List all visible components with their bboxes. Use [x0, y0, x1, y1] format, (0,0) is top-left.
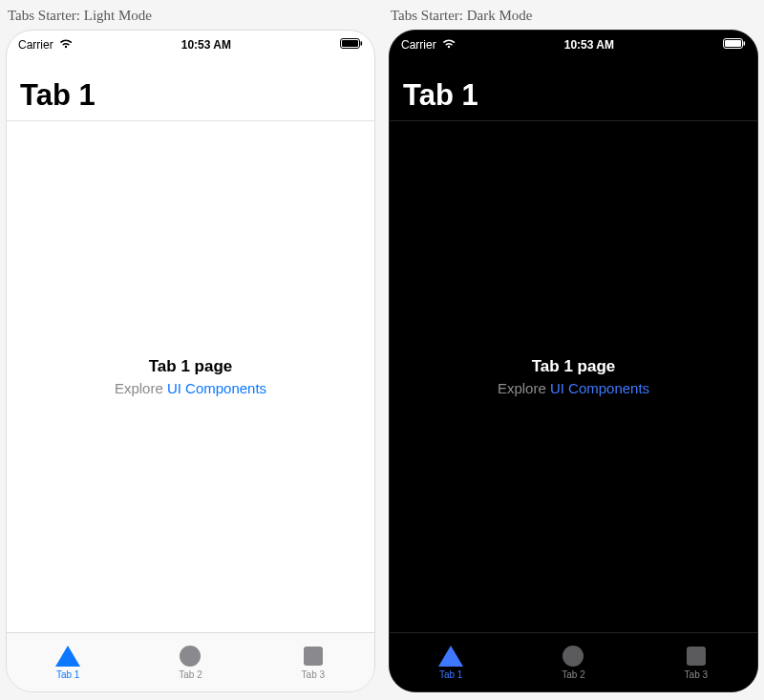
tab-2-label: Tab 2 — [179, 669, 202, 680]
content-title: Tab 1 page — [532, 357, 616, 376]
panel-light: Tabs Starter: Light Mode Carrier 10:53 A… — [6, 6, 375, 692]
tab-bar: Tab 1 Tab 2 Tab 3 — [390, 632, 757, 691]
svg-rect-4 — [304, 647, 323, 666]
page-title: Tab 1 — [403, 78, 744, 113]
svg-point-3 — [180, 646, 201, 667]
tab-1-label: Tab 1 — [439, 669, 462, 680]
tab-3-label: Tab 3 — [302, 669, 325, 680]
status-bar: Carrier 10:53 AM — [7, 31, 374, 53]
panel-dark: Tabs Starter: Dark Mode Carrier 10:53 AM — [389, 6, 758, 692]
tab-2[interactable]: Tab 2 — [129, 633, 251, 691]
explore-prefix: Explore — [115, 380, 167, 396]
tab-2-label: Tab 2 — [562, 669, 584, 680]
caption-light: Tabs Starter: Light Mode — [6, 6, 375, 30]
ui-components-link[interactable]: UI Components — [550, 380, 649, 396]
content-subtitle: Explore UI Components — [115, 380, 266, 396]
page-header: Tab 1 — [7, 53, 374, 121]
triangle-icon — [438, 645, 463, 668]
page-content: Tab 1 page Explore UI Components — [390, 121, 757, 632]
svg-rect-7 — [743, 41, 745, 45]
page-header: Tab 1 — [390, 53, 757, 121]
status-time: 10:53 AM — [564, 38, 614, 52]
circle-icon — [562, 645, 584, 668]
tab-3-label: Tab 3 — [685, 669, 708, 680]
battery-icon — [340, 38, 363, 52]
svg-rect-1 — [342, 40, 358, 47]
page-content: Tab 1 page Explore UI Components — [7, 121, 374, 632]
carrier-label: Carrier — [18, 38, 53, 52]
caption-dark: Tabs Starter: Dark Mode — [389, 6, 758, 30]
square-icon — [304, 645, 323, 668]
explore-prefix: Explore — [498, 380, 550, 396]
tab-3[interactable]: Tab 3 — [635, 633, 757, 691]
carrier-label: Carrier — [401, 38, 436, 52]
status-bar: Carrier 10:53 AM — [390, 31, 757, 53]
wifi-icon — [59, 38, 73, 52]
status-time: 10:53 AM — [181, 38, 231, 52]
svg-rect-9 — [687, 647, 706, 666]
tab-1-label: Tab 1 — [56, 669, 79, 680]
svg-rect-2 — [360, 41, 362, 45]
battery-icon — [723, 38, 746, 52]
circle-icon — [180, 645, 201, 668]
tab-3[interactable]: Tab 3 — [252, 633, 374, 691]
tab-1[interactable]: Tab 1 — [7, 633, 129, 691]
ui-components-link[interactable]: UI Components — [167, 380, 266, 396]
content-subtitle: Explore UI Components — [498, 380, 649, 396]
svg-rect-6 — [725, 40, 741, 47]
page-title: Tab 1 — [20, 78, 361, 113]
svg-point-8 — [562, 646, 584, 667]
wifi-icon — [442, 38, 456, 52]
tab-1[interactable]: Tab 1 — [390, 633, 512, 691]
tab-2[interactable]: Tab 2 — [512, 633, 634, 691]
phone-frame-dark: Carrier 10:53 AM Tab 1 Tab 1 page — [389, 30, 758, 692]
triangle-icon — [55, 645, 80, 668]
phone-frame-light: Carrier 10:53 AM Tab 1 Tab 1 page — [6, 30, 375, 692]
content-title: Tab 1 page — [149, 357, 233, 376]
tab-bar: Tab 1 Tab 2 Tab 3 — [7, 632, 374, 691]
square-icon — [687, 645, 706, 668]
